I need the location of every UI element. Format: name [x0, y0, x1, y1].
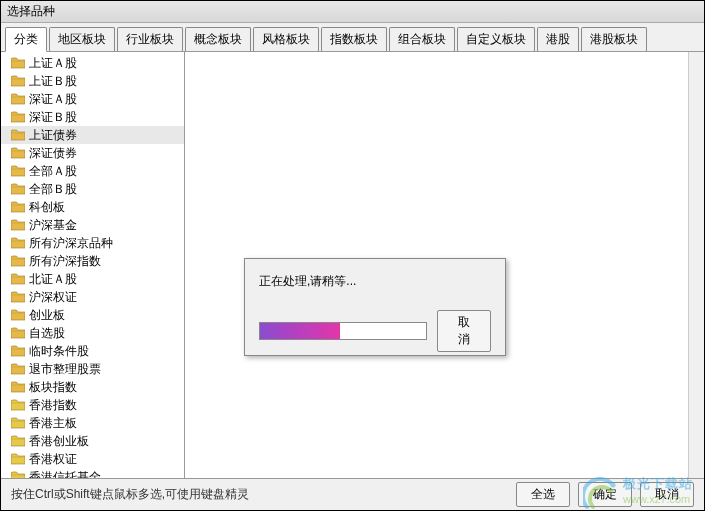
tab-4[interactable]: 风格板块	[253, 27, 319, 51]
tree-item[interactable]: 深证Ｂ股	[1, 108, 184, 126]
folder-icon	[11, 75, 25, 87]
cancel-button[interactable]: 取消	[640, 482, 694, 507]
folder-icon	[11, 381, 25, 393]
tab-label: 港股板块	[590, 32, 638, 46]
tree-item[interactable]: 创业板	[1, 306, 184, 324]
tree-item[interactable]: 上证Ａ股	[1, 54, 184, 72]
folder-icon	[11, 255, 25, 267]
tab-9[interactable]: 港股板块	[581, 27, 647, 51]
tab-label: 概念板块	[194, 32, 242, 46]
tree-item[interactable]: 上证债券	[1, 126, 184, 144]
tab-8[interactable]: 港股	[537, 27, 579, 51]
tree-item[interactable]: 北证Ａ股	[1, 270, 184, 288]
folder-icon	[11, 183, 25, 195]
folder-icon	[11, 147, 25, 159]
folder-icon	[11, 273, 25, 285]
tree-item-label: 板块指数	[29, 379, 77, 396]
folder-icon	[11, 363, 25, 375]
tree-item[interactable]: 退市整理股票	[1, 360, 184, 378]
tree-item-label: 临时条件股	[29, 343, 89, 360]
folder-icon	[11, 111, 25, 123]
folder-icon	[11, 453, 25, 465]
footer-bar: 按住Ctrl或Shift键点鼠标多选,可使用键盘精灵 全选 确定 取消	[1, 478, 704, 510]
tab-3[interactable]: 概念板块	[185, 27, 251, 51]
progress-row: 取消	[259, 310, 491, 352]
progress-message: 正在处理,请稍等...	[259, 273, 491, 290]
progress-bar-fill	[260, 323, 340, 339]
folder-icon	[11, 435, 25, 447]
tab-0[interactable]: 分类	[5, 27, 47, 52]
tree-item[interactable]: 所有沪深指数	[1, 252, 184, 270]
tree-item[interactable]: 所有沪深京品种	[1, 234, 184, 252]
dialog-window: 选择品种 分类地区板块行业板块概念板块风格板块指数板块组合板块自定义板块港股港股…	[0, 0, 705, 511]
tree-item-label: 上证债券	[29, 127, 77, 144]
tree-item[interactable]: 香港指数	[1, 396, 184, 414]
progress-cancel-button[interactable]: 取消	[437, 310, 491, 352]
tree-item-label: 上证Ｂ股	[29, 73, 77, 90]
tree-item-label: 所有沪深京品种	[29, 235, 113, 252]
tree-item-label: 香港信托基金	[29, 469, 101, 479]
tab-1[interactable]: 地区板块	[49, 27, 115, 51]
ok-button[interactable]: 确定	[578, 482, 632, 507]
tab-2[interactable]: 行业板块	[117, 27, 183, 51]
tab-6[interactable]: 组合板块	[389, 27, 455, 51]
tree-item[interactable]: 自选股	[1, 324, 184, 342]
tree-item[interactable]: 板块指数	[1, 378, 184, 396]
tab-label: 组合板块	[398, 32, 446, 46]
tree-item[interactable]: 上证Ｂ股	[1, 72, 184, 90]
select-all-button[interactable]: 全选	[516, 482, 570, 507]
tree-item-label: 上证Ａ股	[29, 55, 77, 72]
folder-icon	[11, 219, 25, 231]
titlebar: 选择品种	[1, 1, 704, 23]
folder-icon	[11, 165, 25, 177]
folder-icon	[11, 57, 25, 69]
progress-dialog: 正在处理,请稍等... 取消	[244, 258, 506, 356]
folder-icon	[11, 201, 25, 213]
tree-item-label: 深证Ａ股	[29, 91, 77, 108]
tab-label: 风格板块	[262, 32, 310, 46]
folder-icon	[11, 129, 25, 141]
progress-bar	[259, 322, 427, 340]
tree-item-label: 创业板	[29, 307, 65, 324]
tree-item[interactable]: 香港信托基金	[1, 468, 184, 478]
tab-label: 指数板块	[330, 32, 378, 46]
vertical-scrollbar[interactable]	[688, 52, 704, 478]
tree-item-label: 香港主板	[29, 415, 77, 432]
folder-icon	[11, 417, 25, 429]
tree-item-label: 所有沪深指数	[29, 253, 101, 270]
tree-item-label: 科创板	[29, 199, 65, 216]
folder-icon	[11, 93, 25, 105]
tree-item[interactable]: 全部Ｂ股	[1, 180, 184, 198]
folder-icon	[11, 327, 25, 339]
category-tree-panel[interactable]: 上证Ａ股上证Ｂ股深证Ａ股深证Ｂ股上证债券深证债券全部Ａ股全部Ｂ股科创板沪深基金所…	[1, 52, 185, 478]
tree-item[interactable]: 临时条件股	[1, 342, 184, 360]
tree-item-label: 深证Ｂ股	[29, 109, 77, 126]
tab-label: 地区板块	[58, 32, 106, 46]
tree-item-label: 全部Ａ股	[29, 163, 77, 180]
tree-item[interactable]: 科创板	[1, 198, 184, 216]
tree-item-label: 自选股	[29, 325, 65, 342]
tab-5[interactable]: 指数板块	[321, 27, 387, 51]
tree-item[interactable]: 深证Ａ股	[1, 90, 184, 108]
tree-item-label: 深证债券	[29, 145, 77, 162]
tree-item[interactable]: 香港创业板	[1, 432, 184, 450]
tree-item-label: 香港权证	[29, 451, 77, 468]
tab-label: 港股	[546, 32, 570, 46]
tree-item[interactable]: 深证债券	[1, 144, 184, 162]
folder-icon	[11, 345, 25, 357]
folder-icon	[11, 309, 25, 321]
tree-item-label: 北证Ａ股	[29, 271, 77, 288]
tree-item[interactable]: 沪深基金	[1, 216, 184, 234]
tree-item[interactable]: 沪深权证	[1, 288, 184, 306]
window-title: 选择品种	[7, 3, 55, 20]
tab-label: 行业板块	[126, 32, 174, 46]
folder-icon	[11, 399, 25, 411]
tree-item-label: 退市整理股票	[29, 361, 101, 378]
tree-item[interactable]: 香港主板	[1, 414, 184, 432]
tree-item[interactable]: 全部Ａ股	[1, 162, 184, 180]
folder-icon	[11, 237, 25, 249]
tab-strip: 分类地区板块行业板块概念板块风格板块指数板块组合板块自定义板块港股港股板块	[1, 23, 704, 52]
tab-7[interactable]: 自定义板块	[457, 27, 535, 51]
tree-item[interactable]: 香港权证	[1, 450, 184, 468]
footer-hint-text: 按住Ctrl或Shift键点鼠标多选,可使用键盘精灵	[11, 486, 508, 503]
